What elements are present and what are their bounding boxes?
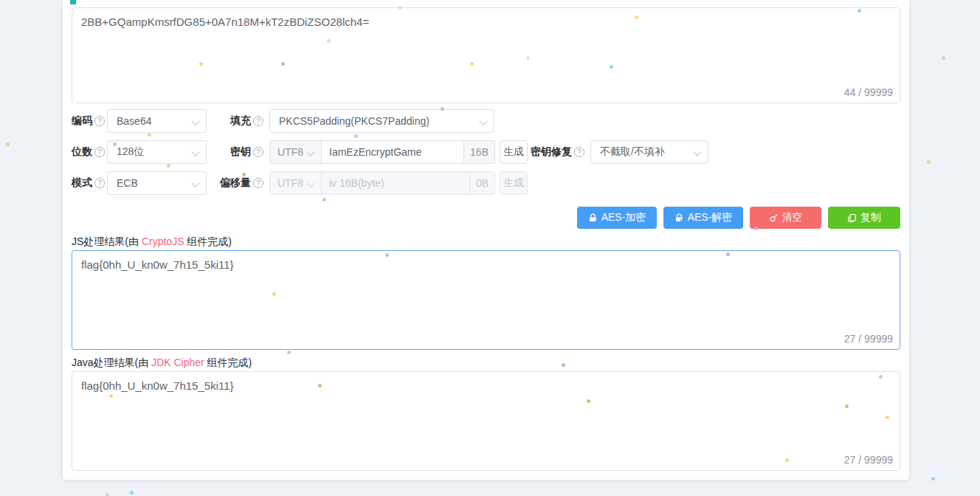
chevron-down-icon <box>479 117 487 125</box>
encoding-label: 编码 ? <box>72 109 105 133</box>
question-circle-icon[interactable]: ? <box>94 116 105 126</box>
key-bytes-suffix: 16B <box>463 140 495 164</box>
key-charset-select[interactable]: UTF8 <box>269 140 321 164</box>
key-input[interactable] <box>322 141 463 163</box>
particle-dot <box>6 142 10 146</box>
form-row-3: 模式 ? ECB 偏移量 ? UTF8 0B 生成 <box>72 171 900 195</box>
java-result-panel: flag{0hh_U_kn0w_7h15_5ki11} 27 / 99999 <box>72 371 900 471</box>
padding-label: 填充 ? <box>149 109 263 133</box>
corner-marker <box>70 0 76 4</box>
particle-dot <box>130 491 134 495</box>
options-form: 编码 ? Base64 填充 ? PKCS5Padding(PKCS7Paddi… <box>72 109 900 195</box>
particle-dot <box>106 493 109 496</box>
copy-button[interactable]: 复制 <box>828 207 900 229</box>
question-circle-icon[interactable]: ? <box>574 147 584 157</box>
key-input-group: UTF8 16B <box>269 140 495 164</box>
copy-icon <box>847 213 857 223</box>
aes-encrypt-button[interactable]: AES-加密 <box>577 207 657 229</box>
iv-charset-select: UTF8 <box>269 171 321 195</box>
key-input-wrap <box>321 140 464 164</box>
question-circle-icon[interactable]: ? <box>94 147 105 157</box>
brush-clear-icon <box>769 213 779 223</box>
ciphertext-textarea[interactable]: 2BB+GQampKmsrfDG85+0A7n18M+kT2zBDiZSO28l… <box>72 7 900 103</box>
java-result-char-counter: 27 / 99999 <box>840 454 893 466</box>
jdk-cipher-link[interactable]: JDK Cipher <box>151 356 204 368</box>
iv-label: 偏移量 ? <box>149 171 263 195</box>
question-circle-icon[interactable]: ? <box>253 116 263 126</box>
particle-dot <box>931 477 935 480</box>
js-result-label: JS处理结果(由 CryptoJS 组件完成) <box>72 235 900 248</box>
ciphertext-panel: 2BB+GQampKmsrfDG85+0A7n18M+kT2zBDiZSO28l… <box>72 7 900 103</box>
iv-input <box>322 172 469 194</box>
question-circle-icon[interactable]: ? <box>253 147 263 157</box>
java-result-label: Java处理结果(由 JDK Cipher 组件完成) <box>72 356 900 369</box>
java-result-textarea[interactable]: flag{0hh_U_kn0w_7h15_5ki11} <box>72 371 900 471</box>
aes-decrypt-button[interactable]: AES-解密 <box>663 207 743 229</box>
padding-select[interactable]: PKCS5Padding(PKCS7Padding) <box>269 109 494 133</box>
iv-input-group: UTF8 0B <box>269 171 495 195</box>
particle-dot <box>942 56 945 60</box>
action-buttons: AES-加密 AES-解密 清空 复制 <box>72 207 900 229</box>
chevron-down-icon <box>306 148 314 156</box>
form-row-2: 位数 ? 128位 密钥 ? UTF8 16B 生成 <box>72 140 900 164</box>
question-circle-icon[interactable]: ? <box>253 178 263 188</box>
mode-label: 模式 ? <box>72 171 105 195</box>
ciphertext-char-counter: 44 / 99999 <box>840 86 893 98</box>
cryptojs-link[interactable]: CryptoJS <box>142 235 184 247</box>
iv-generate-button: 生成 <box>500 171 528 195</box>
question-circle-icon[interactable]: ? <box>94 178 105 188</box>
aes-tool-panel: 2BB+GQampKmsrfDG85+0A7n18M+kT2zBDiZSO28l… <box>63 0 909 480</box>
keyfix-select[interactable]: 不截取/不填补 <box>590 140 708 164</box>
iv-bytes-suffix: 0B <box>469 171 495 195</box>
js-result-panel: flag{0hh_U_kn0w_7h15_5ki11} 27 / 99999 <box>72 250 900 350</box>
page: { "colors": { "primary_blue": "#459df5",… <box>0 0 980 496</box>
lock-edit-icon <box>588 213 598 223</box>
bits-label: 位数 ? <box>72 140 105 164</box>
js-result-textarea[interactable]: flag{0hh_U_kn0w_7h15_5ki11} <box>72 250 900 350</box>
keyfix-label: 密钥修复 ? <box>511 140 584 164</box>
iv-input-wrap <box>321 171 470 195</box>
clear-button[interactable]: 清空 <box>750 207 821 229</box>
key-label: 密钥 ? <box>149 140 263 164</box>
form-row-1: 编码 ? Base64 填充 ? PKCS5Padding(PKCS7Paddi… <box>72 109 900 133</box>
js-result-char-counter: 27 / 99999 <box>840 333 893 345</box>
lock-x-icon <box>674 213 684 223</box>
chevron-down-icon <box>306 179 314 187</box>
particle-dot <box>927 160 931 164</box>
chevron-down-icon <box>693 148 701 156</box>
